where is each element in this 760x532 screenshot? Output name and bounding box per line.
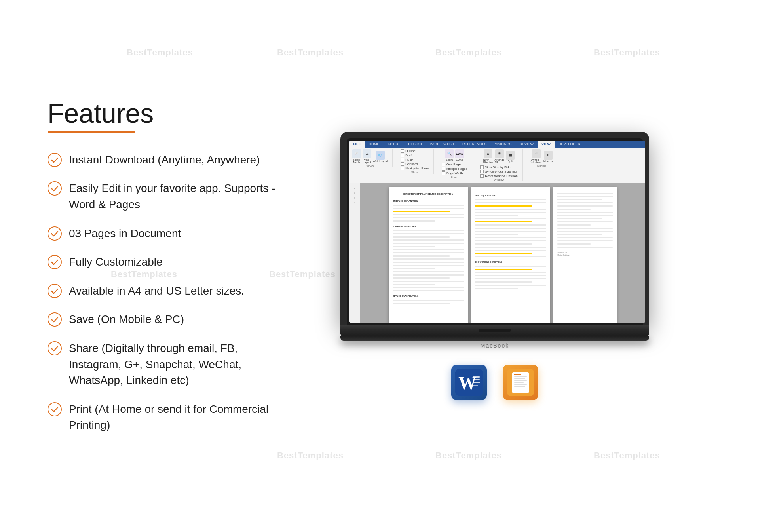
- tab-file[interactable]: FILE: [349, 141, 365, 148]
- check-icon-share: [48, 341, 62, 355]
- svg-rect-21: [514, 386, 525, 387]
- doc-line: [393, 236, 450, 238]
- check-icon-sizes: [48, 284, 62, 298]
- doc-line: [393, 252, 464, 253]
- pages-app-icon[interactable]: [503, 365, 538, 400]
- zoom-100-button[interactable]: 100% 100%: [455, 149, 464, 161]
- tab-insert[interactable]: INSERT: [384, 141, 405, 148]
- zoom-button[interactable]: 🔍 Zoom: [445, 149, 454, 161]
- sync-scroll-option[interactable]: Synchronous Scrolling: [480, 170, 517, 173]
- tab-page-layout[interactable]: PAGE LAYOUT: [426, 141, 458, 148]
- doc-line: [393, 262, 464, 263]
- tab-view[interactable]: VIEW: [538, 141, 555, 148]
- doc-line: [475, 285, 546, 286]
- ruler-mark-1: 1: [354, 187, 355, 190]
- doc-line: [475, 275, 546, 276]
- doc-line: [393, 258, 464, 260]
- one-page-label: One Page: [446, 163, 461, 166]
- side-by-side-label: View Side by Side: [485, 165, 510, 169]
- section-brief: BRIEF JOB EXPLANATION: [393, 200, 464, 202]
- nav-pane-checkbox[interactable]: Navigation Pane: [401, 167, 429, 170]
- doc-line-highlight: [475, 205, 532, 207]
- doc-line: [393, 217, 464, 218]
- word-app-icon[interactable]: W: [451, 365, 487, 400]
- tab-references[interactable]: REFERENCES: [458, 141, 491, 148]
- draft-checkbox[interactable]: Draft: [401, 154, 429, 157]
- svg-point-4: [48, 284, 61, 298]
- feature-item-customizable: Fully Customizable: [48, 254, 277, 270]
- views-buttons: 📖 ReadMode 🖨 PrintLayout 🌐: [352, 149, 388, 164]
- doc-line: [557, 196, 613, 197]
- ruler-mark-4: 4: [354, 201, 355, 204]
- zoom-icon: 🔍: [445, 149, 454, 158]
- doc-line: [393, 268, 435, 269]
- web-layout-button[interactable]: 🌐 Web Layout: [373, 151, 388, 163]
- ruler-checkbox[interactable]: ✓ Ruler: [401, 158, 429, 162]
- doc-line: [393, 274, 464, 276]
- feature-text-customizable: Fully Customizable: [69, 254, 163, 270]
- doc-line: [557, 205, 613, 207]
- doc-line: [557, 212, 613, 213]
- new-window-button[interactable]: 🗗 NewWindow: [483, 149, 493, 164]
- svg-rect-11: [473, 379, 480, 380]
- page-width-option[interactable]: Page Width: [442, 171, 467, 175]
- multiple-pages-option[interactable]: Multiple Pages: [442, 167, 467, 171]
- pages-area: DIRECTOR OF FINANCE JOB DESCRIPTION BRIE…: [360, 183, 645, 323]
- doc-line: [557, 193, 613, 194]
- tab-mailings[interactable]: MAILINGS: [491, 141, 516, 148]
- ribbon-group-views: 📖 ReadMode 🖨 PrintLayout 🌐: [352, 149, 393, 167]
- doc-line: [475, 266, 546, 267]
- split-button[interactable]: ⬛ Split: [506, 151, 515, 163]
- macros-button[interactable]: ⚙ Macros: [543, 151, 553, 163]
- svg-rect-20: [514, 384, 527, 385]
- tab-developer[interactable]: DEVELOPER: [555, 141, 584, 148]
- doc-line: [557, 224, 591, 226]
- svg-point-5: [48, 313, 61, 326]
- tab-design[interactable]: DESIGN: [404, 141, 426, 148]
- web-layout-icon: 🌐: [376, 151, 385, 160]
- doc-line: [393, 208, 464, 209]
- check-icon-pages: [48, 226, 62, 241]
- read-mode-button[interactable]: 📖 ReadMode: [352, 149, 361, 164]
- outline-checkbox[interactable]: Outline: [401, 149, 429, 153]
- view-side-by-side-option[interactable]: View Side by Side: [480, 165, 517, 169]
- doc-line: [557, 237, 613, 238]
- doc-line: [475, 231, 546, 232]
- ribbon-group-show: Outline Draft ✓ Ruler: [401, 149, 434, 174]
- svg-rect-22: [514, 374, 521, 375]
- tab-home[interactable]: HOME: [365, 141, 384, 148]
- macbook-label: MacBook: [481, 342, 509, 349]
- feature-text-pages: 03 Pages in Document: [69, 226, 181, 242]
- one-page-option[interactable]: One Page: [442, 163, 467, 166]
- zoom-buttons: 🔍 Zoom 100% 100%: [445, 149, 464, 161]
- window-buttons: 🗗 NewWindow ⊞ ArrangeAll ⬛: [483, 149, 515, 164]
- laptop-screen: FILE HOME INSERT DESIGN PAGE LAYOUT REFE…: [349, 141, 645, 323]
- reset-window-option[interactable]: Reset Window Position: [480, 174, 517, 178]
- doc-line: [475, 288, 518, 289]
- watermark-1: BestTemplates: [127, 48, 193, 58]
- zoom-100-icon: 100%: [455, 149, 464, 158]
- doc-line: [393, 277, 450, 279]
- doc-line: [475, 209, 546, 210]
- svg-rect-16: [514, 376, 527, 377]
- sync-scroll-cb: [480, 170, 484, 173]
- outline-label: Outline: [405, 149, 415, 153]
- zoom-group-label: Zoom: [451, 176, 458, 179]
- ruler-cb: ✓: [401, 158, 404, 162]
- feature-item-sizes: Available in A4 and US Letter sizes.: [48, 283, 277, 299]
- doc-line: [557, 243, 591, 245]
- doc-line: [475, 281, 532, 283]
- doc-line: [393, 300, 464, 301]
- switch-windows-button[interactable]: ⇄ SwitchWindows: [531, 149, 542, 164]
- doc-line: [393, 271, 464, 272]
- print-layout-button[interactable]: 🖨 PrintLayout: [363, 149, 371, 164]
- right-panel: FILE HOME INSERT DESIGN PAGE LAYOUT REFE…: [277, 132, 712, 400]
- svg-point-0: [48, 153, 61, 167]
- tab-review[interactable]: REVIEW: [516, 141, 538, 148]
- title-underline: [48, 131, 135, 133]
- arrange-all-button[interactable]: ⊞ ArrangeAll: [495, 149, 505, 164]
- gridlines-checkbox[interactable]: Gridlines: [401, 162, 429, 166]
- app-icons-row: W: [451, 365, 538, 400]
- doc-line: [393, 243, 464, 244]
- svg-rect-10: [473, 376, 480, 378]
